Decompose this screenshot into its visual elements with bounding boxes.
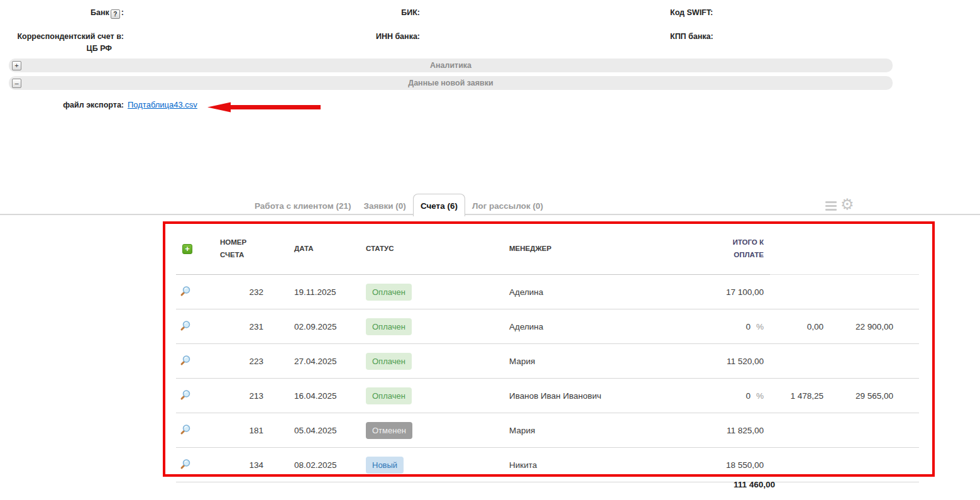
amount-final: 22 900,00 (831, 309, 919, 344)
col-header-number[interactable]: НОМЕР СЧЕТА (201, 223, 264, 275)
bik-label: БИК: (251, 8, 420, 18)
table-header-row: + НОМЕР СЧЕТА ДАТА СТАТУС МЕНЕДЖЕР ИТОГО… (176, 223, 919, 275)
amount-secondary: 0,00 (770, 309, 831, 344)
tab-requests[interactable]: Заявки (0) (357, 194, 412, 216)
swift-label: Код SWIFT: (670, 8, 713, 18)
manager-name: Аделина (506, 275, 704, 309)
bank-label: Банк?: (0, 8, 124, 19)
invoice-date: 19.11.2025 (264, 275, 350, 309)
invoice-date: 27.04.2025 (264, 344, 350, 379)
export-file-label: файл экспорта: (0, 101, 124, 109)
table-row: 223 27.04.2025 Оплачен Мария 11 520,00 (176, 344, 919, 379)
manager-name: Мария (506, 413, 704, 448)
magnifier-icon[interactable] (180, 355, 191, 368)
amount-secondary (770, 275, 831, 309)
help-icon[interactable]: ? (111, 9, 120, 19)
invoice-total: 0% (704, 379, 770, 413)
table-row: 181 05.04.2025 Отменен Мария 11 825,00 (176, 413, 919, 448)
status-badge: Оплачен (366, 284, 412, 301)
invoice-number: 181 (201, 413, 264, 448)
magnifier-icon[interactable] (180, 424, 191, 437)
manager-name: Иванов Иван Иванович (506, 379, 704, 413)
col-header-manager[interactable]: МЕНЕДЖЕР (506, 223, 704, 275)
invoice-date: 08.02.2025 (264, 448, 350, 482)
amount-final: 29 565,00 (831, 379, 919, 413)
table-row: 213 16.04.2025 Оплачен Иванов Иван Ивано… (176, 379, 919, 413)
amount-secondary: 1 478,25 (770, 379, 831, 413)
manager-name: Никита (506, 448, 704, 482)
table-row: 231 02.09.2025 Оплачен Аделина 0% 0,00 2… (176, 309, 919, 344)
tab-mail-log[interactable]: Лог рассылок (0) (466, 194, 549, 216)
col-header-total[interactable]: ИТОГО К ОПЛАТЕ (704, 223, 770, 275)
tab-invoices[interactable]: Счета (6) (413, 194, 465, 216)
col-header-extra-2 (831, 223, 919, 275)
grand-total: 111 460,00 (176, 480, 775, 489)
section-new-request-title: Данные новой заявки (9, 76, 893, 90)
invoice-number: 231 (201, 309, 264, 344)
invoice-total: 11 520,00 (704, 344, 770, 379)
invoice-total: 17 100,00 (704, 275, 770, 309)
amount-final (831, 413, 919, 448)
manager-name: Мария (506, 344, 704, 379)
manager-name: Аделина (506, 309, 704, 344)
invoice-total: 11 825,00 (704, 413, 770, 448)
kpp-label: КПП банка: (670, 32, 713, 42)
section-analytics-title: Аналитика (9, 58, 893, 72)
status-badge: Новый (366, 457, 404, 474)
invoice-date: 02.09.2025 (264, 309, 350, 344)
col-header-status[interactable]: СТАТУС (350, 223, 506, 275)
tab-client-work[interactable]: Работа с клиентом (21) (248, 194, 357, 216)
invoice-number: 223 (201, 344, 264, 379)
annotation-arrow-icon (207, 102, 321, 113)
col-header-extra-1 (770, 223, 831, 275)
expand-icon[interactable]: + (12, 61, 21, 70)
invoice-number: 232 (201, 275, 264, 309)
col-header-date[interactable]: ДАТА (264, 223, 350, 275)
invoices-table: + НОМЕР СЧЕТА ДАТА СТАТУС МЕНЕДЖЕР ИТОГО… (176, 223, 919, 482)
amount-secondary (770, 413, 831, 448)
amount-final (831, 448, 919, 482)
magnifier-icon[interactable] (180, 320, 191, 333)
status-badge: Оплачен (366, 387, 412, 404)
amount-final (831, 275, 919, 309)
gear-icon[interactable]: ⚙ (840, 196, 854, 213)
list-view-icon[interactable] (825, 201, 837, 213)
status-badge: Оплачен (366, 318, 412, 335)
collapse-icon[interactable]: – (12, 79, 21, 88)
page: Банк?: БИК: Код SWIFT: Корреспондентский… (0, 0, 980, 500)
section-new-request-data[interactable]: – Данные новой заявки (9, 76, 893, 90)
status-badge: Оплачен (366, 353, 412, 370)
export-file-link[interactable]: Подтаблица43.csv (128, 100, 197, 109)
invoice-number: 134 (201, 448, 264, 482)
add-invoice-button[interactable]: + (182, 244, 192, 254)
magnifier-icon[interactable] (180, 458, 191, 472)
correspondent-account-label: Корреспондентский счет в: ЦБ РФ (0, 32, 124, 53)
table-row: 232 19.11.2025 Оплачен Аделина 17 100,00 (176, 275, 919, 309)
table-row: 134 08.02.2025 Новый Никита 18 550,00 (176, 448, 919, 482)
invoice-total: 0% (704, 309, 770, 344)
amount-final (831, 344, 919, 379)
amount-secondary (770, 344, 831, 379)
invoice-date: 05.04.2025 (264, 413, 350, 448)
status-badge: Отменен (366, 422, 412, 439)
invoice-number: 213 (201, 379, 264, 413)
section-analytics[interactable]: + Аналитика (9, 58, 893, 72)
magnifier-icon[interactable] (180, 389, 191, 403)
magnifier-icon[interactable] (180, 286, 191, 299)
amount-secondary (770, 448, 831, 482)
invoice-date: 16.04.2025 (264, 379, 350, 413)
tabstrip: Работа с клиентом (21)Заявки (0)Счета (6… (248, 194, 549, 216)
invoice-total: 18 550,00 (704, 448, 770, 482)
inn-label: ИНН банка: (251, 32, 420, 42)
